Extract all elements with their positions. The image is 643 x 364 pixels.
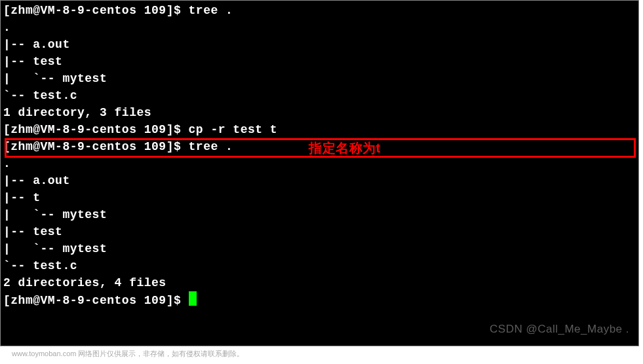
terminal-line: |-- a.out	[3, 36, 636, 53]
terminal-prompt-line[interactable]: [zhm@VM-8-9-centos 109]$	[3, 291, 636, 309]
terminal-line: .	[3, 155, 636, 172]
annotation-text: 指定名称为t	[309, 139, 381, 156]
terminal-line: .	[3, 19, 636, 36]
terminal-line: | `-- mytest	[3, 240, 636, 257]
terminal-prompt: [zhm@VM-8-9-centos 109]$	[3, 294, 189, 307]
terminal-line: `-- test.c	[3, 87, 636, 104]
watermark-bottom: www.toymoban.com 网络图片仅供展示，非存储，如有侵权请联系删除。	[12, 349, 244, 359]
terminal-line: 2 directories, 4 files	[3, 274, 636, 291]
cursor-icon	[189, 291, 197, 306]
terminal-window[interactable]: [zhm@VM-8-9-centos 109]$ tree . . |-- a.…	[0, 0, 639, 346]
terminal-line: |-- t	[3, 189, 636, 206]
terminal-line: | `-- mytest	[3, 70, 636, 87]
terminal-line: 1 directory, 3 files	[3, 104, 636, 121]
terminal-line: | `-- mytest	[3, 206, 636, 223]
watermark-csdn: CSDN @Call_Me_Maybe .	[490, 321, 629, 338]
terminal-line: [zhm@VM-8-9-centos 109]$ cp -r test t	[3, 121, 636, 138]
terminal-line: `-- test.c	[3, 257, 636, 274]
terminal-line: |-- a.out	[3, 172, 636, 189]
terminal-line: |-- test	[3, 53, 636, 70]
terminal-line: |-- test	[3, 223, 636, 240]
terminal-line: [zhm@VM-8-9-centos 109]$ tree .	[3, 2, 636, 19]
